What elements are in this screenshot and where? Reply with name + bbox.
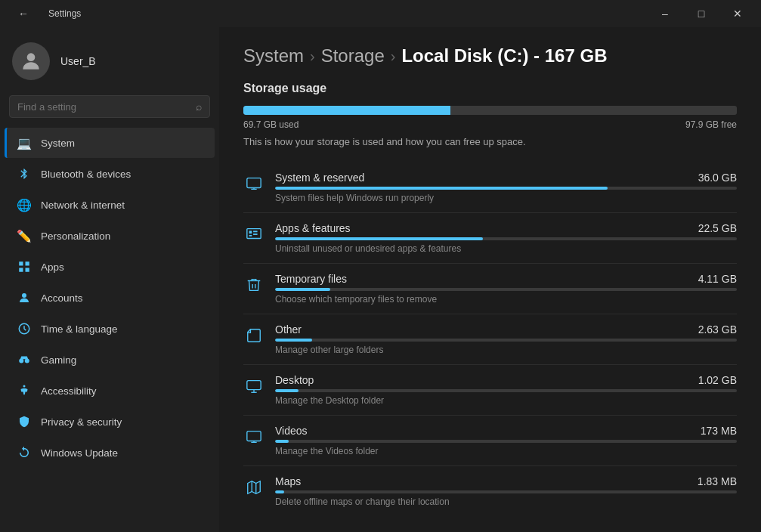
storage-item-other[interactable]: Other2.63 GBManage other large folders xyxy=(243,314,737,364)
sidebar-item-privacy[interactable]: Privacy & security xyxy=(5,407,215,437)
storage-item-system-reserved-size: 36.0 GB xyxy=(698,172,737,184)
breadcrumb-storage[interactable]: Storage xyxy=(321,45,385,66)
storage-item-videos-header: Videos173 MB xyxy=(275,425,737,437)
storage-temp-files-icon xyxy=(243,274,264,295)
storage-item-desktop-content: Desktop1.02 GBManage the Desktop folder xyxy=(275,374,737,406)
storage-item-temp-files-size: 4.11 GB xyxy=(698,273,737,285)
user-avatar-icon xyxy=(19,49,43,73)
sidebar-item-update-label: Windows Update xyxy=(41,447,118,459)
storage-item-other-name: Other xyxy=(275,323,302,336)
sidebar-item-update[interactable]: Windows Update xyxy=(5,438,215,468)
storage-item-system-reserved-bar-track xyxy=(275,187,737,190)
svg-rect-4 xyxy=(26,268,29,272)
storage-section-title: Storage usage xyxy=(243,82,737,95)
storage-item-temp-files-content: Temporary files4.11 GBChoose which tempo… xyxy=(275,273,737,305)
used-label: 69.7 GB used xyxy=(243,119,299,130)
storage-item-temp-files-header: Temporary files4.11 GB xyxy=(275,273,737,285)
gaming-icon xyxy=(17,352,32,367)
sidebar-item-accessibility[interactable]: Accessibility xyxy=(5,376,215,406)
sidebar-item-accounts-label: Accounts xyxy=(41,292,83,304)
sidebar-item-gaming[interactable]: Gaming xyxy=(5,345,215,375)
svg-rect-17 xyxy=(253,234,258,235)
storage-item-temp-files[interactable]: Temporary files4.11 GBChoose which tempo… xyxy=(243,264,737,314)
storage-item-system-reserved-bar-fill xyxy=(275,187,608,190)
sidebar-item-accounts[interactable]: Accounts xyxy=(5,283,215,313)
search-box[interactable]: ⌕ xyxy=(9,95,210,118)
overall-bar-track xyxy=(243,106,737,115)
main-layout: User_B ⌕ 💻SystemBluetooth & devices🌐Netw… xyxy=(0,27,761,532)
storage-item-desktop[interactable]: Desktop1.02 GBManage the Desktop folder xyxy=(243,365,737,415)
sidebar-item-apps[interactable]: Apps xyxy=(5,252,215,282)
storage-info-text: This is how your storage is used and how… xyxy=(243,136,737,147)
back-icon: ← xyxy=(18,8,29,20)
svg-rect-1 xyxy=(19,261,23,265)
sidebar-item-time[interactable]: Time & language xyxy=(5,314,215,344)
storage-item-desktop-bar-track xyxy=(275,389,737,392)
storage-item-maps-name: Maps xyxy=(275,475,301,487)
maximize-button[interactable]: □ xyxy=(684,0,719,27)
storage-item-maps-size: 1.83 MB xyxy=(698,475,737,487)
back-button[interactable]: ← xyxy=(6,0,41,27)
user-profile[interactable]: User_B xyxy=(0,27,219,92)
breadcrumb-current: Local Disk (C:) - 167 GB xyxy=(401,45,607,66)
apps-icon xyxy=(17,259,32,274)
content-area: System › Storage › Local Disk (C:) - 167… xyxy=(219,27,761,532)
title-bar: ← Settings – □ ✕ xyxy=(0,0,761,27)
storage-item-videos[interactable]: Videos173 MBManage the Videos folder xyxy=(243,416,737,466)
storage-item-maps[interactable]: Maps1.83 MBDelete offline maps or change… xyxy=(243,466,737,516)
nav-menu: 💻SystemBluetooth & devices🌐Network & int… xyxy=(0,127,219,469)
sidebar-item-network[interactable]: 🌐Network & internet xyxy=(5,190,215,220)
storage-videos-icon xyxy=(243,426,264,447)
storage-item-desktop-bar-fill xyxy=(275,389,299,392)
breadcrumb-sep-2: › xyxy=(391,48,396,65)
sidebar-item-time-label: Time & language xyxy=(41,323,118,335)
sidebar-item-personalization[interactable]: ✏️Personalization xyxy=(5,221,215,251)
bluetooth-icon xyxy=(17,166,32,181)
system-icon: 💻 xyxy=(17,135,32,150)
search-container: ⌕ xyxy=(0,92,219,127)
storage-item-apps-features-bar-fill xyxy=(275,237,483,240)
svg-point-0 xyxy=(27,53,36,61)
storage-item-other-bar-fill xyxy=(275,339,312,342)
storage-item-maps-bar-fill xyxy=(275,490,284,493)
storage-item-other-size: 2.63 GB xyxy=(698,323,737,336)
storage-other-icon xyxy=(243,325,264,346)
storage-item-apps-features-size: 22.5 GB xyxy=(698,222,737,234)
breadcrumb-system[interactable]: System xyxy=(243,45,304,66)
storage-item-desktop-header: Desktop1.02 GB xyxy=(275,374,737,386)
overall-bar-fill xyxy=(243,106,450,115)
search-icon: ⌕ xyxy=(196,101,202,113)
sidebar-item-personalization-label: Personalization xyxy=(41,230,110,242)
storage-item-apps-features-desc: Uninstall unused or undesired apps & fea… xyxy=(275,243,737,254)
storage-item-videos-bar-track xyxy=(275,440,737,443)
title-bar-controls: – □ ✕ xyxy=(648,0,755,27)
storage-item-other-header: Other2.63 GB xyxy=(275,323,737,336)
storage-item-maps-bar-track xyxy=(275,490,737,493)
sidebar-item-system[interactable]: 💻System xyxy=(5,128,215,158)
svg-rect-3 xyxy=(19,268,23,272)
storage-item-system-reserved[interactable]: System & reserved36.0 GBSystem files hel… xyxy=(243,162,737,212)
svg-point-7 xyxy=(19,359,23,363)
minimize-icon: – xyxy=(662,8,668,20)
minimize-button[interactable]: – xyxy=(648,0,682,27)
storage-item-apps-features[interactable]: Apps & features22.5 GBUninstall unused o… xyxy=(243,213,737,263)
storage-item-videos-name: Videos xyxy=(275,425,308,437)
storage-maps-icon xyxy=(243,477,264,498)
sidebar-item-privacy-label: Privacy & security xyxy=(41,416,122,428)
storage-item-system-reserved-desc: System files help Windows run properly xyxy=(275,193,737,203)
storage-item-desktop-desc: Manage the Desktop folder xyxy=(275,395,737,406)
storage-item-videos-size: 173 MB xyxy=(701,425,737,437)
storage-item-other-desc: Manage other large folders xyxy=(275,345,737,355)
sidebar-item-bluetooth[interactable]: Bluetooth & devices xyxy=(5,159,215,189)
avatar xyxy=(12,42,50,80)
title-bar-left: ← Settings xyxy=(6,0,81,27)
storage-item-temp-files-bar-fill xyxy=(275,288,330,291)
sidebar-item-network-label: Network & internet xyxy=(41,200,125,211)
search-input[interactable] xyxy=(17,101,190,113)
svg-rect-14 xyxy=(249,230,252,234)
title-bar-title: Settings xyxy=(48,8,81,19)
storage-item-videos-bar-fill xyxy=(275,440,289,443)
svg-rect-18 xyxy=(247,381,261,390)
close-button[interactable]: ✕ xyxy=(720,0,755,27)
svg-point-5 xyxy=(22,293,26,298)
